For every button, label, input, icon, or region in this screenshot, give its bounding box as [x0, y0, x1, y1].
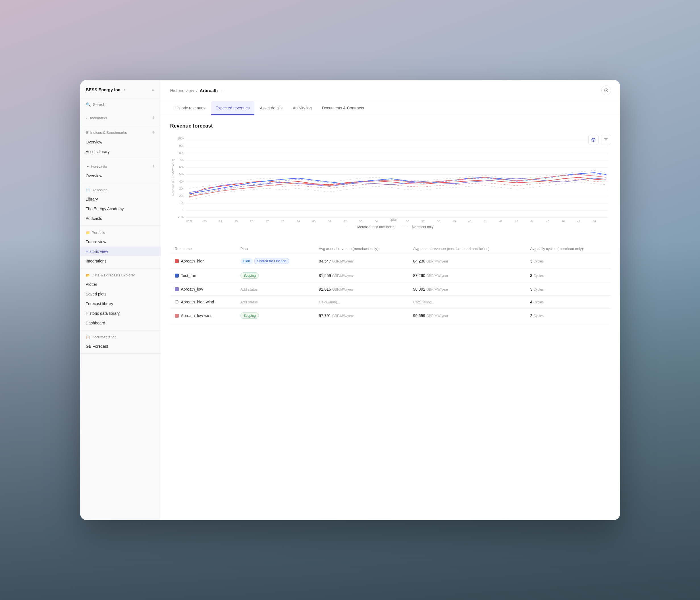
- avg-ancillaries-cell: 99,659GBP/MW/year: [408, 309, 525, 323]
- svg-text:43: 43: [515, 219, 518, 223]
- ancillaries-unit: GBP/MW/year: [426, 314, 448, 318]
- run-name-cell: Abroath_low: [170, 283, 236, 296]
- sidebar-item-podcasts[interactable]: Podcasts: [80, 214, 161, 223]
- legend-solid-icon: [348, 226, 355, 228]
- sidebar-item-historic-view[interactable]: Historic view: [80, 246, 161, 256]
- portfolio-icon: 📁: [86, 231, 90, 235]
- ancillaries-value: 99,659: [413, 313, 425, 318]
- bookmarks-header: › Bookmarks +: [80, 113, 161, 123]
- sidebar: BESS Energy Inc. ▾ « 🔍 Search › Bookmark…: [80, 80, 161, 520]
- svg-text:38: 38: [437, 219, 440, 223]
- svg-text:37: 37: [421, 219, 425, 223]
- merchant-value: 97,791: [319, 313, 331, 318]
- search-label: Search: [93, 102, 105, 107]
- merchant-value: 81,559: [319, 273, 331, 278]
- sidebar-item-overview-indices[interactable]: Overview: [80, 137, 161, 147]
- bookmarks-add-button[interactable]: +: [152, 115, 155, 121]
- bookmarks-chevron[interactable]: ›: [86, 116, 87, 120]
- tab-documents-contracts[interactable]: Documents & Contracts: [318, 101, 369, 115]
- sidebar-item-assets-library[interactable]: Assets library: [80, 147, 161, 157]
- svg-text:29: 29: [297, 219, 300, 223]
- avg-ancillaries-cell: Calculating...: [408, 296, 525, 309]
- sidebar-item-gb-forecast[interactable]: GB Forecast: [80, 341, 161, 351]
- add-status-button[interactable]: Add status: [241, 300, 258, 304]
- svg-text:27: 27: [266, 219, 269, 223]
- tab-asset-details[interactable]: Asset details: [255, 101, 287, 115]
- topbar-settings-button[interactable]: [601, 85, 611, 95]
- legend-item-merchant-ancillaries: Merchant and ancillaries: [348, 225, 394, 229]
- ancillaries-value: 98,892: [413, 287, 425, 291]
- svg-text:90k: 90k: [179, 144, 184, 148]
- run-name-label: Abroath_high: [181, 259, 205, 263]
- historic-data-library-label: Historic data library: [86, 311, 120, 316]
- sidebar-collapse-button[interactable]: «: [151, 86, 155, 93]
- svg-text:100k: 100k: [177, 137, 184, 140]
- sidebar-item-integrations[interactable]: Integrations: [80, 256, 161, 266]
- sidebar-item-library[interactable]: Library: [80, 194, 161, 204]
- cycles-unit: Cycles: [533, 300, 544, 304]
- tab-activity-log[interactable]: Activity log: [288, 101, 316, 115]
- energy-academy-label: The Energy Academy: [86, 207, 124, 211]
- breadcrumb-more-button[interactable]: ···: [221, 88, 225, 93]
- merchant-unit: GBP/MW/year: [332, 287, 354, 291]
- sidebar-item-plotter[interactable]: Plotter: [80, 280, 161, 289]
- svg-text:34: 34: [375, 219, 378, 223]
- avg-ancillaries-cell: 84,230GBP/MW/year: [408, 254, 525, 268]
- table-row: Test_run Scoping 81,559GBP/MW/year87,290…: [170, 268, 611, 283]
- podcasts-label: Podcasts: [86, 216, 102, 221]
- svg-text:46: 46: [561, 219, 565, 223]
- legend-item-merchant-only: Merchant only: [402, 225, 433, 229]
- merchant-unit: GBP/MW/year: [332, 274, 354, 278]
- svg-text:25: 25: [234, 219, 238, 223]
- portfolio-header: 📁 Portfolio: [80, 228, 161, 237]
- sidebar-item-future-view[interactable]: Future view: [80, 237, 161, 246]
- bookmarks-label: Bookmarks: [89, 116, 107, 120]
- topbar-actions: [601, 85, 611, 95]
- calculating-label: Calculating...: [413, 300, 434, 304]
- cycles-value: 3: [530, 259, 532, 263]
- merchant-value: 92,616: [319, 287, 331, 291]
- avg-merchant-cell: 97,791GBP/MW/year: [314, 309, 409, 323]
- sidebar-item-forecast-library[interactable]: Forecast library: [80, 299, 161, 309]
- search-trigger[interactable]: 🔍 Search: [80, 98, 161, 111]
- status-badge[interactable]: Scoping: [241, 272, 259, 279]
- breadcrumb-parent[interactable]: Historic view: [170, 88, 194, 93]
- run-name-label: Abroath_low: [181, 287, 203, 291]
- sidebar-item-historic-data-library[interactable]: Historic data library: [80, 309, 161, 318]
- sidebar-item-energy-academy[interactable]: The Energy Academy: [80, 204, 161, 214]
- avg-cycles-cell: 3Cycles: [525, 254, 611, 268]
- status-badge[interactable]: Plan: [241, 258, 253, 264]
- col-run-name: Run name: [170, 244, 236, 254]
- forecasts-overview-label: Overview: [86, 174, 102, 178]
- merchant-unit: GBP/MW/year: [332, 314, 354, 318]
- tab-expected-revenues[interactable]: Expected revenues: [211, 101, 254, 115]
- table-row: Abroath_high Plan Shared for Finance 84,…: [170, 254, 611, 268]
- tab-historic-revenues[interactable]: Historic revenues: [170, 101, 210, 115]
- run-name-label: Test_run: [181, 273, 196, 278]
- col-plan: Plan: [236, 244, 314, 254]
- loading-spinner: [175, 300, 179, 304]
- svg-text:10k: 10k: [179, 201, 184, 205]
- runs-table: Run name Plan Avg annual revenue (mercha…: [170, 244, 611, 323]
- forecasts-add-button[interactable]: +: [152, 164, 155, 169]
- indices-add-button[interactable]: +: [152, 130, 155, 135]
- status-badge[interactable]: Shared for Finance: [254, 258, 289, 264]
- add-status-button[interactable]: Add status: [241, 287, 258, 291]
- svg-text:20k: 20k: [179, 194, 184, 198]
- sidebar-item-overview-forecasts[interactable]: Overview: [80, 171, 161, 181]
- table-row: Abroath_low-wind Scoping 97,791GBP/MW/ye…: [170, 309, 611, 323]
- indices-header: ⊞ Indices & Benchmarks +: [80, 128, 161, 137]
- svg-text:39: 39: [452, 219, 456, 223]
- sidebar-item-dashboard[interactable]: Dashboard: [80, 318, 161, 328]
- svg-text:28: 28: [281, 219, 284, 223]
- ancillaries-value: 87,290: [413, 273, 425, 278]
- portfolio-section: 📁 Portfolio Future view Historic view In…: [80, 226, 161, 268]
- tabs-bar: Historic revenues Expected revenues Asse…: [161, 101, 620, 115]
- sidebar-item-saved-plots[interactable]: Saved plots: [80, 289, 161, 299]
- avg-cycles-cell: 3Cycles: [525, 283, 611, 296]
- run-name-cell: Abroath_high: [170, 254, 236, 268]
- company-name[interactable]: BESS Energy Inc. ▾: [86, 87, 126, 92]
- svg-text:30: 30: [312, 219, 316, 223]
- status-badge[interactable]: Scoping: [241, 313, 259, 319]
- forecasts-section: ☁ Forecasts + Overview: [80, 159, 161, 183]
